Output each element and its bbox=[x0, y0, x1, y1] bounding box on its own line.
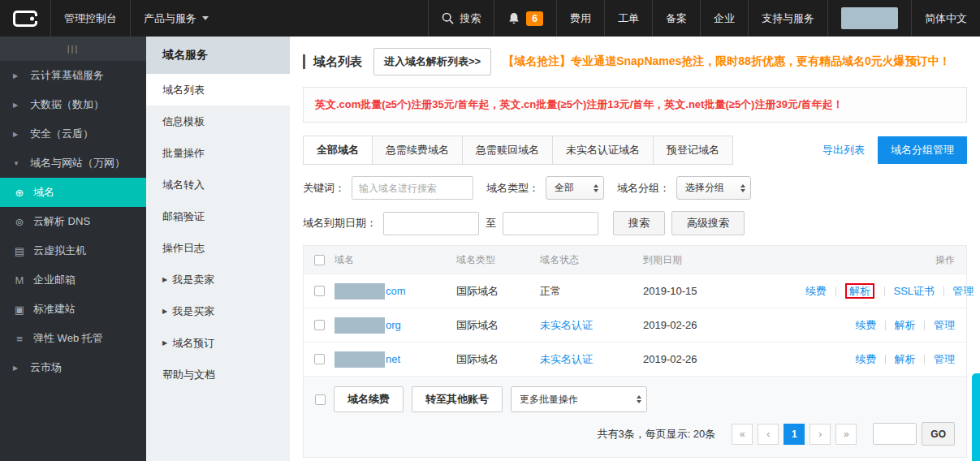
unverified-status-link[interactable]: 未实名认证 bbox=[540, 353, 593, 365]
batch-select-all-checkbox[interactable] bbox=[315, 394, 326, 405]
row-checkbox[interactable] bbox=[314, 320, 325, 330]
sidebar-item-cloud-computing[interactable]: ▶ 云计算基础服务 bbox=[0, 61, 146, 90]
home-logo-link[interactable] bbox=[0, 0, 50, 37]
sidebar-item-marketplace[interactable]: ▶ 云市场 bbox=[0, 353, 146, 382]
resolve-link[interactable]: 解析 bbox=[895, 353, 916, 365]
sidebar-collapse-button[interactable]: ||| bbox=[0, 37, 146, 61]
pagination-last-button[interactable]: » bbox=[835, 424, 857, 445]
page-header: 域名列表 进入域名解析列表>> 【域名抢注】专业通道SnapNames抢注，限时… bbox=[303, 48, 967, 75]
expiry-date-cell: 2019-02-26 bbox=[643, 353, 805, 365]
pagination-next-button[interactable]: › bbox=[809, 424, 831, 445]
topbar-icp-filing-link[interactable]: 备案 bbox=[652, 0, 700, 37]
sidebar-item-label: 云计算基础服务 bbox=[30, 68, 104, 83]
expiry-date-to-input[interactable] bbox=[503, 212, 598, 235]
language-switcher[interactable]: 简体中文 bbox=[911, 0, 980, 37]
renew-link[interactable]: 续费 bbox=[805, 285, 827, 297]
pagination-prev-button[interactable]: ‹ bbox=[758, 424, 779, 445]
sidebar-group-domain-website[interactable]: ▼ 域名与网站（万网） bbox=[0, 149, 146, 178]
unverified-status-link[interactable]: 未实名认证 bbox=[540, 319, 593, 331]
tab-unverified[interactable]: 未实名认证域名 bbox=[552, 136, 654, 165]
bell-icon bbox=[507, 12, 520, 25]
submenu-group-seller[interactable]: ▶ 我是卖家 bbox=[146, 264, 290, 295]
tab-all-domains[interactable]: 全部域名 bbox=[303, 136, 373, 165]
domain-type-select[interactable]: 全部 bbox=[546, 176, 604, 200]
tab-renewal-urgent[interactable]: 急需续费域名 bbox=[372, 136, 463, 165]
resolve-link-highlighted[interactable]: 解析 bbox=[845, 283, 874, 299]
promo-orange-text[interactable]: 【域名抢注】专业通道SnapNames抢注，限时88折优惠，更有精品域名0元火爆… bbox=[503, 54, 951, 69]
ssl-certificate-link[interactable]: SSL证书 bbox=[894, 285, 935, 297]
goto-dns-list-button[interactable]: 进入域名解析列表>> bbox=[373, 48, 491, 75]
submenu-item-info-template[interactable]: 信息模板 bbox=[146, 106, 290, 137]
topbar-tickets-link[interactable]: 工单 bbox=[604, 0, 652, 37]
tab-bar: 全部域名 急需续费域名 急需赎回域名 未实名认证域名 预登记域名 导出列表 域名… bbox=[303, 136, 967, 165]
server-icon: ▤ bbox=[13, 245, 26, 257]
action-separator bbox=[884, 287, 885, 296]
sidebar-item-virtual-host[interactable]: ▤ 云虚拟主机 bbox=[0, 236, 146, 265]
sidebar-item-dns[interactable]: ⊚ 云解析 DNS bbox=[0, 207, 146, 236]
table-header-row: 域名 域名类型 域名状态 到期日期 操作 bbox=[304, 246, 966, 274]
sidebar-item-elastic-web-hosting[interactable]: ≡ 弹性 Web 托管 bbox=[0, 324, 146, 353]
submenu-item-operation-log[interactable]: 操作日志 bbox=[146, 232, 290, 264]
submenu-item-email-verification[interactable]: 邮箱验证 bbox=[146, 200, 290, 232]
pagination-go-button[interactable]: GO bbox=[922, 422, 955, 446]
advanced-search-button[interactable]: 高级搜索 bbox=[671, 211, 745, 235]
header-domain: 域名 bbox=[335, 253, 456, 267]
header-domain-status: 域名状态 bbox=[540, 253, 643, 267]
topbar-billing-link[interactable]: 费用 bbox=[556, 0, 604, 37]
resolve-link[interactable]: 解析 bbox=[895, 319, 916, 331]
manage-link[interactable]: 管理 bbox=[952, 285, 974, 297]
export-list-link[interactable]: 导出列表 bbox=[822, 143, 865, 157]
domain-group-select[interactable]: 选择分组 bbox=[676, 176, 751, 200]
billing-label: 费用 bbox=[570, 11, 591, 26]
feedback-widget-tab[interactable] bbox=[972, 373, 980, 461]
notifications-button[interactable]: 6 bbox=[494, 0, 556, 37]
batch-transfer-account-button[interactable]: 转至其他账号 bbox=[412, 386, 503, 412]
chevron-right-icon: ▶ bbox=[13, 72, 23, 80]
sidebar-item-label: 云虚拟主机 bbox=[33, 243, 86, 258]
sidebar-item-big-data[interactable]: ▶ 大数据（数加） bbox=[0, 90, 146, 119]
console-home-link[interactable]: 管理控制台 bbox=[50, 0, 130, 37]
pagination-goto-input[interactable] bbox=[873, 423, 917, 445]
filing-label: 备案 bbox=[666, 11, 687, 26]
submenu-item-help-docs[interactable]: 帮助与文档 bbox=[146, 359, 290, 390]
domain-suffix-link[interactable]: net bbox=[386, 353, 400, 365]
search-button[interactable]: 搜索 bbox=[428, 0, 494, 37]
submenu-group-domain-preorder[interactable]: ▶ 域名预订 bbox=[146, 327, 290, 359]
domain-suffix-link[interactable]: org bbox=[386, 319, 401, 331]
more-batch-operations-select[interactable]: 更多批量操作 bbox=[511, 386, 647, 412]
domain-group-manage-button[interactable]: 域名分组管理 bbox=[878, 136, 967, 164]
sidebar-item-security[interactable]: ▶ 安全（云盾） bbox=[0, 119, 146, 149]
manage-link[interactable]: 管理 bbox=[934, 353, 955, 365]
pagination-summary: 共有3条，每页显示: 20条 bbox=[597, 427, 715, 442]
manage-link[interactable]: 管理 bbox=[934, 319, 955, 331]
select-all-checkbox[interactable] bbox=[314, 255, 325, 265]
sidebar-item-site-builder[interactable]: ▣ 标准建站 bbox=[0, 295, 146, 324]
sidebar-item-enterprise-mail[interactable]: M 企业邮箱 bbox=[0, 265, 146, 295]
submenu-group-buyer[interactable]: ▶ 我是买家 bbox=[146, 295, 290, 327]
domain-suffix-link[interactable]: com bbox=[386, 285, 406, 297]
filter-row-1: 关键词： 域名类型： 全部 域名分组： 选择分组 bbox=[303, 176, 967, 200]
renew-link[interactable]: 续费 bbox=[856, 353, 877, 365]
sidebar-item-domains[interactable]: ⊕ 域名 bbox=[0, 178, 146, 207]
expiry-date-from-input[interactable] bbox=[383, 212, 479, 235]
row-checkbox[interactable] bbox=[314, 354, 325, 364]
submenu-item-domain-transfer-in[interactable]: 域名转入 bbox=[146, 169, 290, 200]
search-filter-button[interactable]: 搜索 bbox=[613, 211, 665, 235]
topbar-enterprise-link[interactable]: 企业 bbox=[700, 0, 748, 37]
submenu-item-domain-list[interactable]: 域名列表 bbox=[146, 74, 290, 106]
primary-sidebar: ||| ▶ 云计算基础服务 ▶ 大数据（数加） ▶ 安全（云盾） ▼ 域名与网站… bbox=[0, 37, 146, 461]
pagination-first-button[interactable]: « bbox=[732, 424, 753, 445]
renew-link[interactable]: 续费 bbox=[856, 319, 877, 331]
tab-preregistered[interactable]: 预登记域名 bbox=[653, 136, 733, 165]
row-checkbox[interactable] bbox=[314, 286, 325, 296]
pagination-page-1-button[interactable]: 1 bbox=[784, 424, 805, 445]
topbar-support-link[interactable]: 支持与服务 bbox=[748, 0, 827, 37]
account-menu[interactable] bbox=[827, 0, 911, 37]
batch-renew-button[interactable]: 域名续费 bbox=[334, 386, 404, 412]
products-services-menu[interactable]: 产品与服务 bbox=[130, 0, 222, 37]
keyword-search-input[interactable] bbox=[352, 176, 473, 200]
tab-redemption-urgent[interactable]: 急需赎回域名 bbox=[462, 136, 553, 165]
submenu-item-label: 域名列表 bbox=[162, 83, 205, 97]
submenu-item-batch-operations[interactable]: 批量操作 bbox=[146, 137, 290, 169]
submenu-item-label: 邮箱验证 bbox=[162, 209, 205, 224]
